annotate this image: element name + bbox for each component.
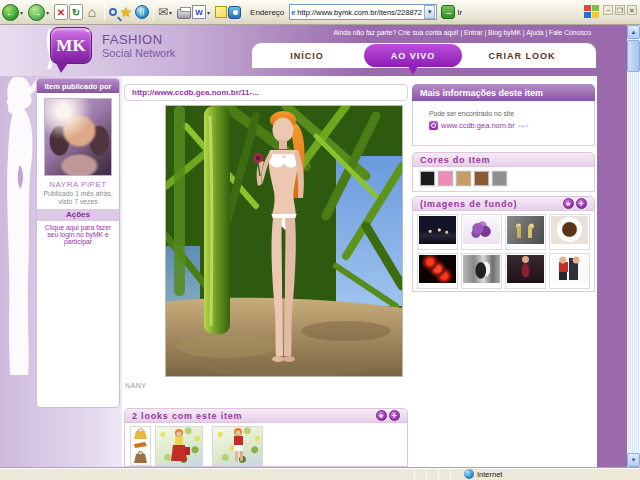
mail-button[interactable]: ✉ bbox=[158, 5, 168, 19]
look-thumb-1[interactable] bbox=[155, 426, 203, 466]
look-thumb-2[interactable] bbox=[212, 426, 263, 466]
login-link[interactable]: Clique aqui para fazer seu login no byMK… bbox=[40, 224, 116, 245]
bg-thumb-night-lights[interactable] bbox=[417, 214, 458, 250]
bg-thumb-red-neon-flowers[interactable] bbox=[417, 253, 458, 289]
color-swatch-tan[interactable] bbox=[456, 171, 471, 186]
bg-thumb-gold-earrings[interactable] bbox=[505, 214, 546, 250]
toolbar-divider bbox=[153, 3, 154, 21]
bg-thumb-purple-roses[interactable] bbox=[461, 214, 502, 250]
publisher-name[interactable]: NAYRA PIPET bbox=[37, 180, 119, 189]
more-info-header: Mais informações deste item bbox=[412, 84, 595, 101]
go-label: Ir bbox=[457, 8, 462, 17]
bymk-logo[interactable]: MK tm bbox=[46, 27, 94, 73]
go-button[interactable]: → Ir bbox=[441, 5, 462, 19]
logo-tm: tm bbox=[86, 28, 90, 33]
search-icon bbox=[109, 8, 117, 16]
edit-word-button[interactable]: W bbox=[192, 5, 206, 19]
tab-inicio[interactable]: INÍCIO bbox=[265, 43, 349, 68]
background-images-grid bbox=[412, 211, 595, 292]
tab-ao-vivo[interactable]: AO VIVO bbox=[364, 44, 462, 67]
item-image[interactable] bbox=[165, 105, 403, 377]
color-swatch-pink[interactable] bbox=[438, 171, 453, 186]
address-dropdown-icon[interactable]: ▼ bbox=[424, 5, 435, 19]
account-links[interactable]: Ainda não faz parte? Crie sua conta aqui… bbox=[333, 29, 591, 36]
scrollbar-thumb[interactable] bbox=[627, 40, 640, 72]
more-info-body: Pode ser encontrado no site www.ccdb.gea… bbox=[412, 101, 595, 146]
background-images-box: (Imagens de fundo) ★ + bbox=[412, 196, 595, 292]
close-button[interactable]: ✕ bbox=[627, 5, 637, 15]
search-button[interactable] bbox=[109, 8, 117, 16]
more-info-box: Mais informações deste item Pode ser enc… bbox=[412, 84, 595, 146]
looks-thumbnails bbox=[124, 423, 408, 467]
refresh-button[interactable]: ↻ bbox=[69, 4, 83, 20]
look-thumb-accessories[interactable] bbox=[130, 426, 151, 466]
bg-thumb-dancing-couple[interactable] bbox=[461, 253, 502, 289]
bg-thumb-coffee-cup[interactable] bbox=[549, 214, 590, 250]
toolbar-divider bbox=[104, 3, 105, 21]
mail-dropdown-icon[interactable]: ▾ bbox=[169, 9, 176, 16]
looks-title: 2 looks com este item bbox=[132, 411, 242, 421]
brand-text: FASHION Social Network bbox=[102, 32, 175, 59]
internet-zone-label: Internet bbox=[477, 470, 502, 479]
vertical-scrollbar[interactable]: ▲ ▼ bbox=[627, 25, 640, 467]
scroll-down-button[interactable]: ▼ bbox=[627, 453, 640, 467]
background-images-title: (Imagens de fundo) bbox=[420, 199, 517, 209]
brand-line2: Social Network bbox=[102, 47, 175, 59]
status-divider bbox=[426, 469, 427, 479]
main-navigation: INÍCIO AO VIVO CRIAR LOOK bbox=[252, 43, 596, 68]
scroll-up-button[interactable]: ▲ bbox=[627, 25, 640, 39]
found-at-label: Pode ser encontrado no site bbox=[429, 110, 514, 117]
site-link[interactable]: www.ccdb.gea.nom.br bbox=[441, 121, 515, 130]
item-colors-title: Cores do Item bbox=[420, 155, 490, 165]
bg-thumb-dark-fashion-look[interactable] bbox=[505, 253, 546, 289]
color-swatch-brown[interactable] bbox=[474, 171, 489, 186]
page-right-background bbox=[597, 25, 627, 467]
site-icon bbox=[429, 121, 438, 130]
forward-button[interactable]: → bbox=[28, 4, 45, 21]
status-divider bbox=[450, 469, 451, 479]
looks-favorite-button[interactable]: ★ bbox=[376, 410, 387, 421]
forward-dropdown-icon[interactable]: ▾ bbox=[46, 9, 53, 16]
edit-dropdown-icon[interactable]: ▾ bbox=[207, 9, 214, 16]
item-title[interactable]: http://www.ccdb.gea.nom.br/11-... bbox=[132, 88, 259, 97]
page-viewport: MK tm FASHION Social Network Ainda não f… bbox=[0, 25, 627, 467]
item-caption: NANY bbox=[125, 382, 146, 389]
minimize-button[interactable]: − bbox=[603, 5, 613, 15]
messenger-button[interactable] bbox=[228, 6, 241, 19]
more-info-title: Mais informações deste item bbox=[420, 88, 543, 98]
background-images-header: (Imagens de fundo) ★ + bbox=[412, 196, 595, 211]
notes-button[interactable] bbox=[215, 6, 227, 18]
publisher-avatar[interactable] bbox=[44, 98, 112, 176]
color-swatch-black[interactable] bbox=[420, 171, 435, 186]
item-title-bar: http://www.ccdb.gea.nom.br/11-... bbox=[124, 84, 408, 101]
bg-thumb-street-fashion-looks[interactable] bbox=[549, 253, 590, 289]
published-meta: Publicado 1 mês atrás, bbox=[37, 190, 119, 197]
item-colors-header: Cores do Item bbox=[412, 152, 595, 167]
stop-button[interactable]: ✕ bbox=[54, 4, 68, 20]
internet-zone-icon bbox=[464, 469, 474, 479]
actions-header: Ações bbox=[37, 209, 119, 221]
looks-header: 2 looks com este item ★ + bbox=[124, 408, 408, 423]
restore-button[interactable]: ❐ bbox=[615, 5, 625, 15]
backgrounds-add-button[interactable]: + bbox=[576, 198, 587, 209]
brand-line1: FASHION bbox=[102, 32, 175, 47]
publisher-sidebar: Item publicado por NAYRA PIPET Publicado… bbox=[36, 78, 120, 408]
looks-add-button[interactable]: + bbox=[389, 410, 400, 421]
print-button[interactable] bbox=[177, 9, 191, 19]
avatar-scene bbox=[166, 106, 403, 377]
address-value[interactable]: http://www.bymk.com.br/itens/228872 bbox=[297, 8, 422, 17]
publisher-header: Item publicado por bbox=[37, 79, 119, 93]
address-input[interactable]: e http://www.bymk.com.br/itens/228872 ▼ bbox=[289, 4, 437, 20]
back-dropdown-icon[interactable]: ▾ bbox=[20, 9, 27, 16]
tab-criar-look[interactable]: CRIAR LOOK bbox=[470, 43, 574, 68]
back-button[interactable]: ← bbox=[2, 4, 19, 21]
looks-section: 2 looks com este item ★ + bbox=[124, 408, 408, 467]
home-button[interactable]: ⌂ bbox=[84, 4, 100, 20]
backgrounds-favorite-button[interactable]: ★ bbox=[563, 198, 574, 209]
color-swatch-gray[interactable] bbox=[492, 171, 507, 186]
page-icon: e bbox=[291, 7, 295, 17]
status-divider bbox=[414, 469, 415, 479]
media-button[interactable] bbox=[135, 5, 149, 19]
logo-text: MK bbox=[56, 36, 85, 56]
item-colors-box: Cores do Item bbox=[412, 152, 595, 192]
